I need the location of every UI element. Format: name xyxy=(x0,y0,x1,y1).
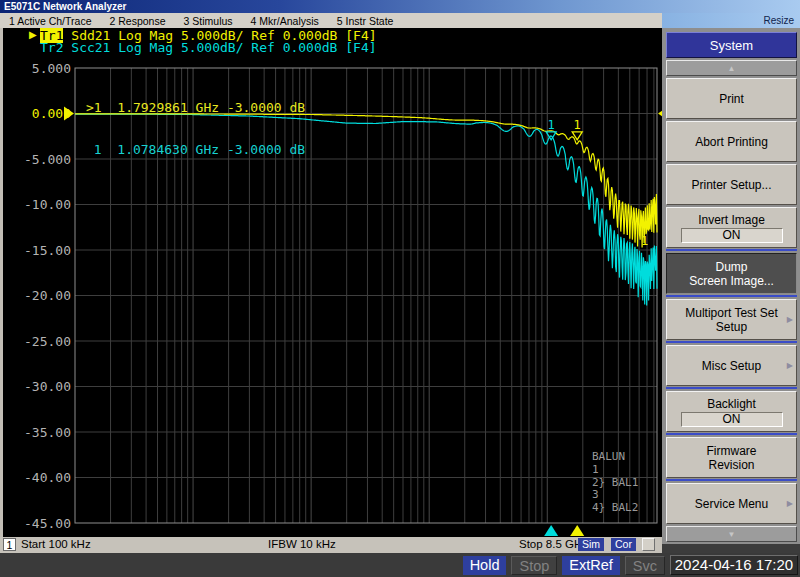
softkey-list: PrintAbort PrintingPrinter Setup...Inver… xyxy=(666,78,797,524)
softkey-label: Invert Image xyxy=(698,213,765,227)
stimulus-marker-tr2 xyxy=(544,525,558,536)
softkey-separator xyxy=(666,341,797,343)
softkey-separator xyxy=(666,249,797,251)
softkey-menu-title-label: System xyxy=(710,38,753,53)
marker-readout: >1 1.7929861 GHz -3.0000 dB 1 1.0784630 … xyxy=(86,73,305,185)
trace-end-label-tr2: 2 xyxy=(641,264,648,278)
title-bar: E5071C Network Analyzer xyxy=(0,0,800,13)
softkey-service-menu[interactable]: Service Menu▶ xyxy=(666,483,797,524)
scroll-down-icon: ▼ xyxy=(728,530,736,539)
softkey-scroll-up-button[interactable]: ▲ xyxy=(666,60,797,76)
simulation-badge: Sim xyxy=(578,538,604,551)
instrument-screen: ▶ Tr1 Sdd21 Log Mag 5.000dB/ Ref 0.000dB… xyxy=(0,28,662,537)
softkey-label: Print xyxy=(719,92,744,106)
softkey-label: Service Menu xyxy=(695,497,768,511)
softkey-label: Firmware xyxy=(707,444,757,458)
y-axis-label: -35.00 xyxy=(24,425,71,440)
softkey-label: Multiport Test Set xyxy=(685,306,777,320)
channel-number: 1 xyxy=(3,538,16,551)
softkey-label: Revision xyxy=(708,458,754,472)
softkey-scroll-down-button[interactable]: ▼ xyxy=(666,526,797,542)
instrument-status-bar: HoldStopExtRefSvc2024-04-16 17:20 xyxy=(0,553,800,577)
correction-badge: Cor xyxy=(611,538,636,551)
softkey-label: Printer Setup... xyxy=(691,178,771,192)
ifbw-label: IFBW 10 kHz xyxy=(268,538,336,550)
y-axis-label: -15.00 xyxy=(24,243,71,258)
marker-number-tr2: 1 xyxy=(548,118,555,132)
softkey-backlight[interactable]: BacklightON xyxy=(666,391,797,432)
y-axis-label: -30.00 xyxy=(24,379,71,394)
softkey-label: Misc Setup xyxy=(702,359,761,373)
softkey-separator xyxy=(666,479,797,481)
softkey-value: ON xyxy=(681,228,783,243)
softkey-multiport-test-set-setup[interactable]: Multiport Test SetSetup▶ xyxy=(666,299,797,340)
softkey-panel: System ▲ PrintAbort PrintingPrinter Setu… xyxy=(662,28,800,544)
marker-readout-tr1: >1 1.7929861 GHz -3.0000 dB xyxy=(86,101,305,115)
submenu-arrow-icon: ▶ xyxy=(787,359,793,373)
submenu-arrow-icon: ▶ xyxy=(787,497,793,511)
softkey-print[interactable]: Print xyxy=(666,78,797,119)
y-axis-label: -25.00 xyxy=(24,334,71,349)
y-axis-label: -20.00 xyxy=(24,288,71,303)
resize-label[interactable]: Resize xyxy=(763,15,794,26)
softkey-value: ON xyxy=(681,412,783,427)
menu-bar: 1 Active Ch/Trace2 Response3 Stimulus4 M… xyxy=(0,13,662,28)
softkey-dump-screen-image[interactable]: DumpScreen Image... xyxy=(666,253,797,294)
softkey-menu-title: System xyxy=(666,32,797,58)
channel-bar-spacer-box xyxy=(642,538,655,551)
clock-display: 2024-04-16 17:20 xyxy=(670,555,798,575)
menu-item-3[interactable]: 3 Stimulus xyxy=(175,15,242,27)
softkey-label: Abort Printing xyxy=(695,135,768,149)
marker-number-tr1: 1 xyxy=(574,118,581,132)
menu-item-4[interactable]: 4 Mkr/Analysis xyxy=(242,15,328,27)
resize-control[interactable]: Resize xyxy=(662,13,800,28)
trace-end-label-tr1: 1 xyxy=(641,234,648,248)
marker-readout-tr2: 1 1.0784630 GHz -3.0000 dB xyxy=(86,143,305,157)
softkey-abort-printing[interactable]: Abort Printing xyxy=(666,121,797,162)
scroll-up-icon: ▲ xyxy=(728,64,736,73)
submenu-arrow-icon: ▶ xyxy=(787,313,793,327)
softkey-label: Screen Image... xyxy=(689,274,774,288)
softkey-firmware-revision[interactable]: FirmwareRevision xyxy=(666,437,797,478)
menu-item-1[interactable]: 1 Active Ch/Trace xyxy=(0,15,100,27)
softkey-separator xyxy=(666,433,797,435)
y-axis-label: 5.000 xyxy=(32,61,71,76)
window-title: E5071C Network Analyzer xyxy=(4,1,126,12)
sweep-start-label: Start 100 kHz xyxy=(21,538,91,550)
softkey-invert-image[interactable]: Invert ImageON xyxy=(666,207,797,248)
status-indicator-extref: ExtRef xyxy=(562,556,620,575)
menu-item-2[interactable]: 2 Response xyxy=(100,15,174,27)
y-axis-label: -5.000 xyxy=(24,152,71,167)
status-indicator-svc: Svc xyxy=(625,556,665,575)
y-axis-label: -10.00 xyxy=(24,197,71,212)
softkey-separator xyxy=(666,387,797,389)
balun-legend: BALUN 1 2} BAL1 3 4} BAL2 xyxy=(592,451,638,515)
analyzer-window: E5071C Network Analyzer 1 Active Ch/Trac… xyxy=(0,0,800,577)
y-axis-label: -45.00 xyxy=(24,516,71,531)
status-indicator-stop: Stop xyxy=(511,556,557,575)
y-axis-label: -40.00 xyxy=(24,470,71,485)
softkey-label: Setup xyxy=(716,320,747,334)
softkey-label: Backlight xyxy=(707,397,756,411)
stimulus-marker-tr1 xyxy=(570,525,584,536)
channel-status-bar: 1 Start 100 kHz IFBW 10 kHz Stop 8.5 GHz… xyxy=(0,537,662,553)
status-indicator-hold: Hold xyxy=(463,556,507,575)
softkey-misc-setup[interactable]: Misc Setup▶ xyxy=(666,345,797,386)
menu-row: 1 Active Ch/Trace2 Response3 Stimulus4 M… xyxy=(0,13,800,28)
softkey-separator xyxy=(666,295,797,297)
menu-item-5[interactable]: 5 Instr State xyxy=(328,15,403,27)
softkey-sidebar: System ▲ PrintAbort PrintingPrinter Setu… xyxy=(662,28,800,553)
softkey-label: Dump xyxy=(715,260,747,274)
softkey-printer-setup[interactable]: Printer Setup... xyxy=(666,164,797,205)
